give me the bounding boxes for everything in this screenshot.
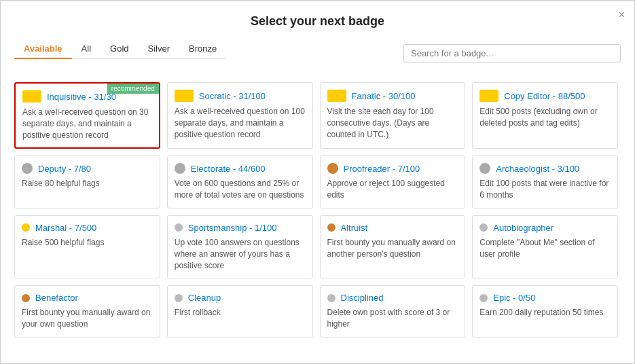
badge-description: Complete "About Me" section of user prof… (479, 237, 611, 260)
badge-name: Epic - 0/50 (493, 293, 535, 303)
close-button[interactable]: × (619, 9, 625, 21)
badge-description: Raise 500 helpful flags (22, 237, 153, 249)
badge-description: Visit the site each day for 100 consecut… (327, 106, 458, 140)
badge-description: Edit 500 posts (excluding own or deleted… (479, 106, 611, 129)
badge-name: Autobiographer (493, 223, 554, 233)
badge-header: Sportsmanship - 1/100 (175, 223, 306, 233)
badge-header: Altruist (327, 223, 458, 233)
badge-card[interactable]: AutobiographerComplete "About Me" sectio… (472, 215, 618, 278)
silver-badge-icon (175, 163, 185, 174)
badge-name: Socratic - 31/100 (199, 91, 266, 101)
badge-card[interactable]: Epic - 0/50Earn 200 daily reputation 50 … (472, 285, 618, 338)
badge-card[interactable]: AltruistFirst bounty you manually award … (320, 215, 466, 278)
badge-scroll-area[interactable]: recommendedInquisitive - 31/30Ask a well… (14, 75, 621, 338)
dot-gray-badge-icon (327, 294, 335, 302)
gold-badge-icon (22, 90, 41, 103)
badge-description: Ask a well-received question on 100 sepa… (175, 106, 306, 140)
badge-name: Benefactor (35, 293, 78, 303)
badge-header: Archaeologist - 3/100 (479, 163, 611, 174)
badge-card[interactable]: Marshal - 7/500Raise 500 helpful flags (14, 215, 160, 278)
badge-name: Deputy - 7/80 (38, 164, 91, 174)
badge-description: Earn 200 daily reputation 50 times (479, 307, 611, 318)
badge-header: Copy Editor - 88/500 (479, 90, 611, 102)
badge-name: Sportsmanship - 1/100 (188, 223, 277, 233)
badge-header: Deputy - 7/80 (22, 163, 153, 174)
badge-selection-modal: × Select your next badge AvailableAllGol… (0, 0, 635, 364)
badge-description: Up vote 100 answers on questions where a… (175, 237, 306, 271)
tab-bronze[interactable]: Bronze (179, 39, 226, 59)
badge-header: Disciplined (327, 293, 458, 303)
badge-header: Marshal - 7/500 (22, 223, 153, 233)
tab-silver[interactable]: Silver (139, 39, 180, 59)
badge-card[interactable]: Fanatic - 30/100Visit the site each day … (320, 82, 466, 149)
badge-description: First bounty you manually award on your … (22, 307, 153, 330)
badge-name: Marshal - 7/500 (35, 223, 96, 233)
dot-gray-badge-icon (175, 223, 183, 232)
badge-card[interactable]: Archaeologist - 3/100Edit 100 posts that… (472, 156, 618, 208)
badge-name: Altruist (341, 223, 368, 233)
badge-card[interactable]: Socratic - 31/100Ask a well-received que… (167, 82, 313, 149)
badge-card[interactable]: Proofreader - 7/100Approve or reject 100… (320, 156, 466, 208)
badge-header: Socratic - 31/100 (175, 90, 306, 102)
dot-gold-badge-icon (22, 223, 30, 232)
badge-card[interactable]: Deputy - 7/80Raise 80 helpful flags (14, 156, 160, 208)
badge-header: Autobiographer (479, 223, 611, 233)
badge-card[interactable]: Copy Editor - 88/500Edit 500 posts (excl… (472, 82, 618, 149)
badge-description: Ask a well-received question on 30 separ… (22, 107, 152, 141)
badge-header: Fanatic - 30/100 (327, 90, 458, 102)
bronze-badge-icon (327, 163, 338, 174)
recommended-tag: recommended (107, 84, 159, 94)
badge-card[interactable]: DisciplinedDelete own post with score of… (320, 285, 466, 338)
gold-badge-icon (175, 90, 194, 102)
badge-card[interactable]: Electorate - 44/600Vote on 600 questions… (167, 156, 313, 208)
badge-name: Archaeologist - 3/100 (496, 164, 579, 174)
badge-header: Electorate - 44/600 (175, 163, 306, 174)
badge-description: First bounty you manually award on anoth… (327, 237, 458, 260)
badge-name: Fanatic - 30/100 (352, 91, 416, 101)
badge-header: Epic - 0/50 (479, 293, 611, 303)
badge-card[interactable]: recommendedInquisitive - 31/30Ask a well… (14, 82, 160, 149)
badge-grid: recommendedInquisitive - 31/30Ask a well… (14, 82, 618, 338)
dot-gray-badge-icon (479, 223, 488, 232)
tabs-row: AvailableAllGoldSilverBronze (14, 39, 621, 67)
badge-name: Proofreader - 7/100 (344, 164, 420, 174)
badge-header: Cleanup (175, 293, 306, 303)
badge-description: First rollback (175, 307, 306, 318)
badge-name: Electorate - 44/600 (191, 164, 266, 174)
badge-header: Benefactor (22, 293, 153, 303)
badge-description: Vote on 600 questions and 25% or more of… (175, 178, 306, 201)
silver-badge-icon (22, 163, 33, 174)
silver-badge-icon (479, 163, 490, 174)
dot-gray-badge-icon (175, 294, 183, 302)
badge-name: Inquisitive - 31/30 (47, 92, 116, 102)
gold-badge-icon (327, 90, 346, 102)
tab-gold[interactable]: Gold (101, 39, 138, 59)
badge-name: Cleanup (188, 293, 221, 303)
badge-name: Copy Editor - 88/500 (504, 91, 585, 101)
badge-card[interactable]: Sportsmanship - 1/100Up vote 100 answers… (167, 215, 313, 278)
badge-description: Delete own post with score of 3 or highe… (327, 307, 458, 330)
tabs-container: AvailableAllGoldSilverBronze (14, 39, 226, 59)
tab-available[interactable]: Available (14, 39, 72, 59)
badge-description: Edit 100 posts that were inactive for 6 … (479, 178, 611, 201)
tab-all[interactable]: All (72, 39, 101, 59)
search-input[interactable] (403, 44, 621, 62)
dot-gray-badge-icon (479, 294, 488, 302)
badge-description: Approve or reject 100 suggested edits (327, 178, 458, 201)
badge-name: Disciplined (341, 293, 384, 303)
dot-bronze-badge-icon (327, 223, 335, 232)
badge-card[interactable]: CleanupFirst rollback (167, 285, 313, 338)
gold-badge-icon (479, 90, 498, 102)
badge-header: Proofreader - 7/100 (327, 163, 458, 174)
dot-bronze-badge-icon (22, 294, 30, 302)
modal-title: Select your next badge (14, 14, 621, 29)
badge-description: Raise 80 helpful flags (22, 178, 153, 189)
badge-card[interactable]: BenefactorFirst bounty you manually awar… (14, 285, 160, 338)
